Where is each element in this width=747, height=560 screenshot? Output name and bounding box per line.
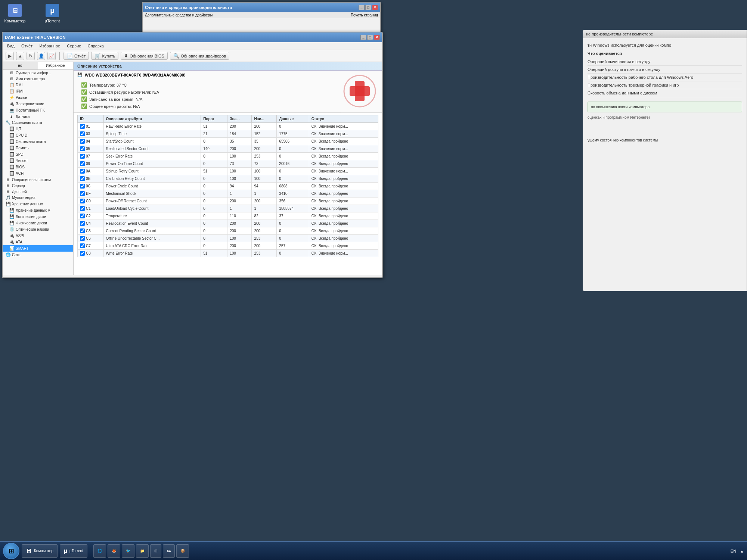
row-checkbox-0[interactable] — [80, 124, 85, 129]
row-checkbox-14[interactable] — [80, 228, 85, 233]
table-row[interactable]: C8 Write Error Rate 51 100 253 0 ОК: Зна… — [78, 250, 378, 257]
sidebar-item-overclock[interactable]: ⚡Разгон — [3, 94, 73, 101]
table-row[interactable]: 01 Raw Read Error Rate 51 200 200 0 ОК: … — [78, 123, 378, 130]
sidebar-item-physical[interactable]: 💾Физические диски — [3, 220, 73, 226]
row-checkbox-2[interactable] — [80, 139, 85, 144]
toolbar-buy-button[interactable]: 🛒 Купить — [91, 52, 118, 60]
row-checkbox-6[interactable] — [80, 169, 85, 174]
row-checkbox-5[interactable] — [80, 161, 85, 166]
desktop-icon-utorrent[interactable]: µ µTorrent — [41, 4, 63, 23]
taskbar-media-button[interactable]: 🐦 — [122, 544, 134, 558]
sidebar-item-summary[interactable]: 🖥Суммарная инфор... — [3, 70, 73, 76]
row-checkbox-1[interactable] — [80, 131, 85, 136]
sidebar-item-storage-v[interactable]: 💾Хранение данных V — [3, 207, 73, 214]
sidebar-item-smart[interactable]: 📊SMART — [3, 245, 73, 252]
table-row[interactable]: BF Mechanical Shock 0 1 1 3410 ОК: Всегд… — [78, 190, 378, 197]
menu-help[interactable]: Справка — [85, 43, 107, 49]
sidebar-item-optical[interactable]: 💿Оптические накопи — [3, 226, 73, 233]
sidebar-item-logical[interactable]: 💾Логические диски — [3, 214, 73, 220]
table-row[interactable]: 0B Calibration Retry Count 0 100 100 0 О… — [78, 175, 378, 183]
row-checkbox-13[interactable] — [80, 221, 85, 226]
menu-report[interactable]: Отчёт — [18, 43, 35, 49]
table-row[interactable]: 04 Start/Stop Count 0 35 35 65506 ОК: Вс… — [78, 138, 378, 145]
sidebar-item-power[interactable]: 🔌Электропитание — [3, 101, 73, 107]
sidebar-item-multimedia[interactable]: 🎵Мультимедиа — [3, 195, 73, 201]
nav-person-button[interactable]: 👤 — [37, 52, 45, 60]
nav-up-button[interactable]: ▲ — [16, 52, 24, 60]
taskbar-earth-button[interactable]: 🌐 — [93, 544, 106, 558]
sidebar-tab-favorites[interactable]: Избранное — [38, 62, 74, 69]
sidebar-item-motherboard[interactable]: 🔧Системная плата — [3, 119, 73, 126]
row-checkbox-3[interactable] — [80, 146, 85, 151]
aida-maximize-button[interactable]: □ — [367, 35, 373, 40]
table-row[interactable]: 03 Spinup Time 21 184 152 1775 ОК: Значе… — [78, 130, 378, 138]
table-row[interactable]: C7 Ultra ATA CRC Error Rate 0 200 200 25… — [78, 242, 378, 250]
table-row[interactable]: C1 Load/Unload Cycle Count 0 1 1 1805674… — [78, 205, 378, 212]
counters-minimize-button[interactable]: _ — [359, 5, 365, 10]
taskbar-folder-button[interactable]: 📁 — [136, 544, 149, 558]
sidebar-item-acpi[interactable]: 🔲ACPI — [3, 170, 73, 177]
toolbar-report-button[interactable]: 📄 Отчёт — [63, 52, 89, 60]
table-row[interactable]: C6 Offline Uncorrectable Sector C... 0 1… — [78, 235, 378, 242]
sidebar-item-sensors[interactable]: 🌡Датчики — [3, 113, 73, 119]
counters-close-button[interactable]: ✕ — [372, 5, 378, 10]
sidebar-item-os[interactable]: 🖥Операционная систем — [3, 177, 73, 183]
menu-service[interactable]: Сервис — [64, 43, 84, 49]
sidebar-item-cpu[interactable]: 🔲ЦП — [3, 126, 73, 132]
desktop-icon-computer[interactable]: 🖥 Компьютер — [4, 4, 26, 23]
sidebar-item-ipmi[interactable]: 📋IPMI — [3, 88, 73, 94]
table-row[interactable]: 07 Seek Error Rate 0 100 253 0 ОК: Всегд… — [78, 153, 378, 160]
toolbar-bios-update-button[interactable]: ⬇ Обновления BIOS — [121, 52, 168, 60]
nav-refresh-button[interactable]: ↻ — [27, 52, 35, 60]
sidebar-item-storage[interactable]: 💾Хранение данных — [3, 201, 73, 207]
table-row[interactable]: C0 Power-Off Retract Count 0 200 200 356… — [78, 197, 378, 205]
table-row[interactable]: C5 Current Pending Sector Count 0 200 20… — [78, 227, 378, 235]
menu-view[interactable]: Вид — [4, 43, 18, 49]
nav-forward-button[interactable]: ▶ — [6, 52, 14, 60]
sidebar-item-cpuid[interactable]: 🔲CPUID — [3, 132, 73, 139]
taskbar-item-computer[interactable]: 🖥 Компьютер — [22, 544, 58, 558]
table-row[interactable]: 09 Power-On Time Count 0 73 73 20016 ОК:… — [78, 160, 378, 168]
taskbar-windows-button[interactable]: ⊞ — [150, 544, 161, 558]
table-row[interactable]: C4 Reallocation Event Count 0 200 200 0 … — [78, 220, 378, 227]
taskbar-64-button[interactable]: 64 — [163, 544, 175, 558]
row-checkbox-9[interactable] — [80, 191, 85, 196]
sidebar-item-computer-name[interactable]: 🖥Имя компьютера — [3, 76, 73, 82]
table-row[interactable]: 05 Reallocated Sector Count 140 200 200 … — [78, 145, 378, 153]
sidebar-item-spd[interactable]: 🔲SPD — [3, 151, 73, 158]
sidebar-item-server[interactable]: 🖥Сервер — [3, 183, 73, 189]
toolbar-driver-update-button[interactable]: 🔍 Обновления драйверов — [170, 52, 229, 60]
sidebar-item-dmi[interactable]: 📋DMI — [3, 82, 73, 88]
taskbar-ff-button[interactable]: 🦊 — [108, 544, 120, 558]
sidebar-item-bios[interactable]: 🔲BIOS — [3, 164, 73, 170]
aida-close-button[interactable]: ✕ — [374, 35, 380, 40]
taskbar-item-utorrent[interactable]: µ µTorrent — [60, 544, 87, 558]
start-button[interactable]: ⊞ — [3, 543, 19, 559]
sidebar-item-chipset[interactable]: 🔲Чипсет — [3, 158, 73, 164]
row-checkbox-4[interactable] — [80, 154, 85, 159]
table-row[interactable]: 0C Power Cycle Count 0 94 94 6808 ОК: Вс… — [78, 183, 378, 190]
sidebar-item-portable[interactable]: 💻Портативный ПК — [3, 107, 73, 113]
row-checkbox-16[interactable] — [80, 243, 85, 248]
menu-favorites[interactable]: Избранное — [36, 43, 63, 49]
row-checkbox-10[interactable] — [80, 199, 85, 203]
sidebar-item-aspi[interactable]: 🔌ASPI — [3, 233, 73, 239]
table-row[interactable]: 0A Spinup Retry Count 51 100 100 0 ОК: З… — [78, 168, 378, 175]
sidebar-tab-main[interactable]: но — [3, 62, 38, 69]
sidebar-item-network[interactable]: 🌐Сеть — [3, 252, 73, 258]
row-checkbox-15[interactable] — [80, 236, 85, 241]
sidebar-item-mobo[interactable]: 🔲Системная плата — [3, 139, 73, 145]
taskbar-dark-button[interactable]: 📦 — [176, 544, 189, 558]
nav-chart-button[interactable]: 📈 — [47, 52, 56, 60]
row-checkbox-7[interactable] — [80, 176, 85, 181]
row-checkbox-12[interactable] — [80, 214, 85, 218]
aida-minimize-button[interactable]: _ — [360, 35, 366, 40]
sidebar-item-ata[interactable]: 🔌ATA — [3, 239, 73, 245]
row-checkbox-11[interactable] — [80, 206, 85, 211]
counters-maximize-button[interactable]: □ — [365, 5, 371, 10]
row-checkbox-8[interactable] — [80, 184, 85, 189]
sidebar-item-display[interactable]: 🖥Дисплей — [3, 189, 73, 195]
row-checkbox-17[interactable] — [80, 251, 85, 256]
table-row[interactable]: C2 Temperature 0 110 82 37 ОК: Всегда пр… — [78, 212, 378, 220]
sidebar-item-ram[interactable]: 🔲Память — [3, 145, 73, 151]
